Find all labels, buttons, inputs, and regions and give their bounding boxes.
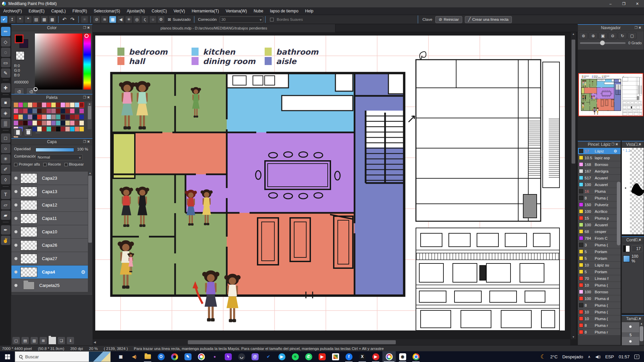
navigator-button[interactable]: ⊖ xyxy=(608,32,617,39)
brush-size-cell[interactable] xyxy=(622,322,639,333)
brush-gear-icon[interactable]: ⚙ xyxy=(613,149,617,154)
palette-swatch[interactable] xyxy=(37,109,42,113)
toolbar-file-icon[interactable]: ▤ xyxy=(33,16,40,23)
horizontal-scrollbar[interactable]: ◀ xyxy=(93,339,570,345)
popout-icon[interactable]: ❐ xyxy=(611,142,615,146)
opacity-slider[interactable] xyxy=(36,148,74,152)
palette-swatch[interactable] xyxy=(61,109,65,113)
tool-button[interactable] xyxy=(3,130,9,131)
menu-item[interactable]: Help xyxy=(302,7,317,15)
weather-icon[interactable]: ☾ xyxy=(540,353,545,360)
palette-swatch[interactable] xyxy=(70,109,74,113)
brush-row[interactable]: 8 Pluma ( ⚙ xyxy=(578,195,621,201)
toolbar-assist-icon[interactable]: ◎ xyxy=(133,16,141,23)
popout-icon[interactable]: ❐ xyxy=(635,142,639,146)
layer-op-button[interactable]: ▢ xyxy=(12,337,20,345)
palette-swatch[interactable] xyxy=(42,121,46,125)
palette-swatch[interactable] xyxy=(47,109,51,113)
tool-button[interactable]: ▒ xyxy=(1,119,10,128)
palette-swatch[interactable] xyxy=(56,127,60,131)
palette-swatch[interactable] xyxy=(75,127,79,131)
palette-swatch[interactable] xyxy=(51,127,56,131)
reset-button[interactable]: ⊘ Reiniciar xyxy=(435,16,462,23)
brush-row[interactable]: 167 Aerógra ⚙ xyxy=(578,168,621,175)
layer-row[interactable]: Capa11 ⚙ xyxy=(11,212,88,225)
brush-row[interactable]: 100 Acuarel ⚙ xyxy=(578,222,621,228)
palette-swatch[interactable] xyxy=(70,121,74,125)
palette-swatch[interactable] xyxy=(23,115,28,119)
popout-icon[interactable]: ❐ xyxy=(635,317,639,320)
popout-icon[interactable]: ❐ xyxy=(83,96,87,99)
palette-swatch[interactable] xyxy=(61,103,65,107)
palette-swatch[interactable] xyxy=(14,109,18,113)
palette-swatch[interactable] xyxy=(14,115,18,119)
brush-size-swatch[interactable] xyxy=(623,245,630,252)
palette-swatch[interactable] xyxy=(56,109,60,113)
palette-swatch[interactable] xyxy=(23,103,28,107)
close-icon[interactable]: ✖ xyxy=(87,96,91,99)
palette-swatch[interactable] xyxy=(33,103,37,107)
taskbar-app-icon[interactable]: ▶ xyxy=(275,351,288,362)
brush-row[interactable]: 100 Pluma d ⚙ xyxy=(578,295,621,302)
palette-swatch[interactable] xyxy=(65,109,70,113)
menu-item[interactable]: Editar(E) xyxy=(25,7,48,15)
brush-row[interactable]: 5 Portam ⚙ xyxy=(578,248,621,255)
notification-icon[interactable]: ≡ xyxy=(634,355,639,359)
minimize-button[interactable]: – xyxy=(604,0,617,7)
toolbar-edit-icon[interactable]: ↷ xyxy=(69,16,76,23)
taskbar-app-icon[interactable]: ▶ xyxy=(369,351,382,362)
palette-swatch[interactable] xyxy=(47,127,51,131)
layer-row[interactable]: Capa13 ⚙ xyxy=(11,185,88,198)
hue-slider[interactable] xyxy=(84,34,91,89)
brush-row[interactable]: 100 Acuarel ⚙ xyxy=(578,181,621,188)
menu-item[interactable]: Ventana(W) xyxy=(222,7,250,15)
popout-icon[interactable]: ❐ xyxy=(635,238,639,242)
taskbar-app-icon[interactable] xyxy=(409,351,423,362)
close-icon[interactable]: ✖ xyxy=(87,26,91,29)
taskbar-app-icon[interactable]: ✆ xyxy=(302,351,315,362)
tool-button[interactable]: ✳ xyxy=(1,154,10,164)
taskbar-app-icon[interactable] xyxy=(195,351,208,362)
tool-button[interactable]: ◌ xyxy=(1,48,10,57)
palette-swatch[interactable] xyxy=(56,103,60,107)
palette-swatch[interactable] xyxy=(61,127,65,131)
tool-button[interactable]: ▰ xyxy=(1,210,10,220)
taskbar-app-icon[interactable] xyxy=(382,351,396,362)
palette-swatch[interactable] xyxy=(79,103,84,107)
brush-row[interactable]: 5 Portam ⚙ xyxy=(578,255,621,262)
palette-swatch[interactable] xyxy=(75,115,79,119)
navigator-button[interactable]: ⊕ xyxy=(589,32,598,39)
taskbar-app-icon[interactable]: ✔ xyxy=(262,351,275,362)
brush-row[interactable]: 15 Pluma p ⚙ xyxy=(578,215,621,222)
taskbar-app-icon[interactable]: @ xyxy=(248,351,262,362)
taskbar-app-icon[interactable]: ✎ xyxy=(181,351,195,362)
palette-swatch[interactable] xyxy=(18,115,23,119)
palette-swatch[interactable] xyxy=(65,121,70,125)
layer-op-button[interactable] xyxy=(48,337,56,345)
layer-op-button[interactable]: ▤ xyxy=(21,337,29,345)
palette-scrollbar[interactable]: ▲ xyxy=(88,103,92,129)
palette-swatch[interactable] xyxy=(79,127,84,131)
restore-button[interactable]: ❐ xyxy=(617,0,631,7)
language-indicator[interactable]: ESP xyxy=(605,354,614,359)
canvas-viewport[interactable] xyxy=(93,32,578,339)
close-icon[interactable]: ✖ xyxy=(639,317,642,320)
brush-row[interactable]: 16 Pluma ⚙ xyxy=(578,188,621,195)
palette-swatch[interactable] xyxy=(79,115,84,119)
tool-button[interactable]: ✚ xyxy=(1,83,10,93)
brush-row[interactable]: 168 Borroso ⚙ xyxy=(578,161,621,168)
brush-opacity-swatch[interactable] xyxy=(623,255,630,262)
layer-visibility-icon[interactable] xyxy=(14,257,17,260)
toolbar-assist-icon[interactable]: ✳ xyxy=(125,16,132,23)
navigator-button[interactable]: ⊚ xyxy=(579,32,588,39)
palette-swatch[interactable] xyxy=(28,121,32,125)
palette-swatch[interactable] xyxy=(18,103,23,107)
layer-row[interactable]: Carpeta25 ⚙ xyxy=(11,279,88,292)
tool-button[interactable] xyxy=(3,95,9,96)
palette-swatch[interactable] xyxy=(79,109,84,113)
tool-button[interactable]: ✒ xyxy=(1,225,10,235)
close-icon[interactable]: ✖ xyxy=(615,142,619,146)
tool-button[interactable] xyxy=(3,186,9,188)
toolbar-assist-icon[interactable]: ○ xyxy=(149,16,157,23)
brush-row[interactable]: 10.5 lapiz asp ⚙ xyxy=(578,155,621,161)
